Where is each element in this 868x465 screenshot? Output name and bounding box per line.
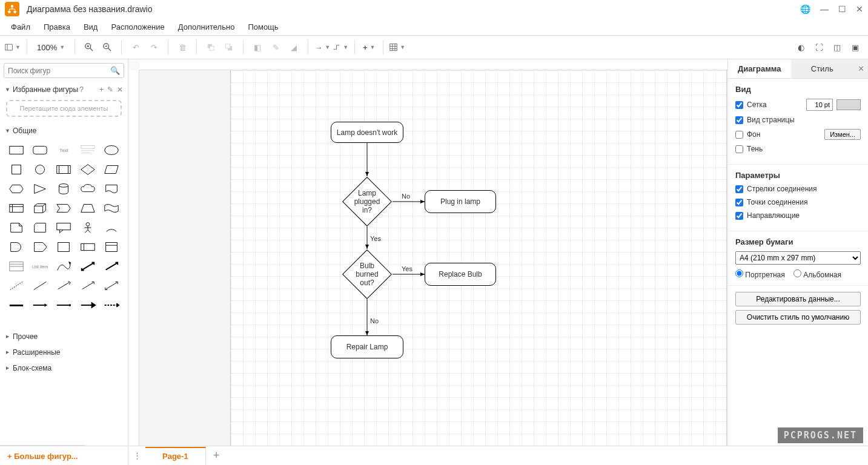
to-front-button[interactable] (203, 39, 219, 55)
search-icon[interactable]: 🔍 (110, 66, 120, 75)
guides-checkbox[interactable] (735, 212, 743, 220)
to-back-button[interactable] (221, 39, 237, 55)
shape-listitem[interactable]: List item (28, 257, 51, 275)
canvas[interactable]: ⋮ Lamp doesn't work Lamp plugged in? No … (128, 59, 727, 446)
delete-button[interactable]: 🗑 (174, 39, 190, 55)
clear-style-button[interactable]: Очистить стиль по умолчанию (735, 310, 861, 325)
shape-or[interactable] (5, 238, 27, 256)
shape-document[interactable] (101, 180, 123, 198)
zoom-dropdown[interactable]: 100%▼ (33, 43, 68, 52)
remove-favorite-icon[interactable]: ✕ (117, 85, 123, 94)
shape-hexagon[interactable] (5, 180, 27, 198)
shape-trapezoid[interactable] (76, 199, 99, 217)
fullscreen-button[interactable]: ⛶ (811, 39, 827, 55)
grid-size-input[interactable] (806, 99, 833, 111)
shape-rect[interactable] (5, 141, 27, 159)
advanced-section[interactable]: ▼Расширенные (0, 345, 128, 360)
menu-help[interactable]: Помощь (242, 20, 284, 34)
menu-extras[interactable]: Дополнительно (172, 20, 241, 34)
shape-arrow[interactable] (101, 257, 123, 275)
node-repair[interactable]: Repair Lamp (331, 335, 403, 358)
grid-checkbox[interactable] (735, 101, 743, 109)
sidebar-toggle-button[interactable]: ▼ (5, 39, 21, 55)
close-panel-button[interactable]: ✕ (853, 59, 868, 78)
pageview-checkbox[interactable] (735, 116, 743, 124)
shape-vcontainer[interactable] (101, 238, 123, 256)
shape-note[interactable] (5, 219, 27, 237)
minimize-button[interactable]: — (820, 4, 829, 14)
shape-text[interactable]: Text (53, 141, 75, 159)
shape-ellipse[interactable] (101, 141, 123, 159)
shape-actor[interactable] (76, 219, 99, 237)
shape-roundrect[interactable] (28, 141, 51, 159)
favorites-dropzone[interactable]: Перетащите сюда элементы (6, 100, 122, 117)
shape-thinarrow[interactable] (76, 277, 99, 295)
shape-link1[interactable] (5, 296, 27, 314)
fill-color-button[interactable]: ◧ (250, 39, 265, 55)
zoom-in-button[interactable] (81, 39, 97, 55)
add-favorite-icon[interactable]: + (99, 85, 104, 94)
shape-thinbiarrow[interactable] (101, 277, 123, 295)
node-replace[interactable]: Replace Bulb (425, 263, 496, 286)
shape-callout[interactable] (53, 219, 75, 237)
collapse-right-button[interactable]: ▣ (847, 39, 863, 55)
zoom-out-button[interactable] (99, 39, 115, 55)
shape-biline[interactable] (53, 277, 75, 295)
shape-internal[interactable] (5, 199, 27, 217)
shape-cube[interactable] (28, 199, 51, 217)
shape-cylinder[interactable] (53, 180, 75, 198)
shape-and[interactable] (28, 238, 51, 256)
shape-curve[interactable] (53, 257, 75, 275)
paper-size-select[interactable]: A4 (210 mm x 297 mm) (735, 251, 861, 265)
shape-process[interactable] (53, 160, 75, 179)
change-bg-button[interactable]: Измен... (824, 129, 861, 140)
portrait-radio[interactable] (735, 269, 743, 277)
shape-arc[interactable] (101, 219, 123, 237)
favorites-section[interactable]: ▼Избранные фигуры ? +✎✕ (0, 82, 128, 97)
shape-hcontainer[interactable] (76, 238, 99, 256)
waypoint-button[interactable]: ▼ (333, 39, 348, 55)
shape-line[interactable] (28, 277, 51, 295)
shape-cloud[interactable] (76, 180, 99, 198)
page-canvas[interactable]: Lamp doesn't work Lamp plugged in? No Pl… (230, 70, 727, 446)
shape-link3[interactable] (53, 296, 75, 314)
node-decision-2[interactable]: Bulb burned out? (342, 249, 392, 299)
shape-container[interactable] (53, 238, 75, 256)
shape-triangle[interactable] (28, 180, 51, 198)
menu-view[interactable]: Вид (78, 20, 104, 34)
node-start[interactable]: Lamp doesn't work (331, 122, 403, 143)
node-decision-1[interactable]: Lamp plugged in? (342, 177, 392, 226)
page-tab-1[interactable]: Page-1 (145, 447, 206, 464)
more-shapes-button[interactable]: + Больше фигур... (0, 445, 85, 466)
insert-button[interactable]: +▼ (361, 39, 377, 55)
shape-step[interactable] (53, 199, 75, 217)
globe-icon[interactable]: 🌐 (800, 4, 810, 14)
shadow-checkbox[interactable] (735, 145, 743, 153)
landscape-radio[interactable] (793, 269, 801, 277)
node-plugin[interactable]: Plug in lamp (425, 190, 496, 213)
shape-link4[interactable] (76, 296, 99, 314)
pages-menu-button[interactable]: ⋮ (128, 451, 145, 460)
tab-diagram[interactable]: Диаграмма (728, 59, 791, 78)
shape-card[interactable] (28, 219, 51, 237)
edit-data-button[interactable]: Редактировать данные... (735, 292, 861, 306)
maximize-button[interactable]: ☐ (838, 4, 846, 14)
shape-search[interactable]: 🔍 (4, 63, 124, 78)
shape-link5[interactable] (101, 296, 123, 314)
format-button[interactable]: ◫ (829, 39, 845, 55)
theme-button[interactable]: ◐ (793, 39, 809, 55)
shape-tape[interactable] (101, 199, 123, 217)
conn-points-checkbox[interactable] (735, 199, 743, 206)
menu-file[interactable]: Файл (5, 20, 36, 34)
tab-style[interactable]: Стиль (791, 59, 854, 78)
add-page-button[interactable]: + (206, 449, 227, 462)
background-checkbox[interactable] (735, 131, 743, 139)
shape-parallelogram[interactable] (101, 160, 123, 179)
misc-section[interactable]: ▼Прочее (0, 329, 128, 345)
flowchart-section[interactable]: ▼Блок-схема (0, 360, 128, 376)
shape-diamond[interactable] (76, 160, 99, 179)
shape-list[interactable] (5, 257, 27, 275)
redo-button[interactable]: ↷ (146, 39, 162, 55)
menu-edit[interactable]: Правка (38, 20, 76, 34)
undo-button[interactable]: ↶ (128, 39, 144, 55)
